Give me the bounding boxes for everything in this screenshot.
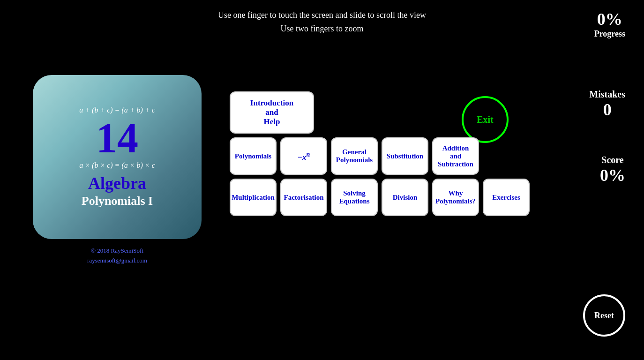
solving-equations-label: SolvingEquations — [339, 189, 369, 205]
neg-xn-button[interactable]: −xn — [280, 137, 327, 175]
neg-xn-label: −xn — [298, 150, 310, 162]
multiplication-button[interactable]: Multiplication — [230, 179, 277, 216]
score-label: Score — [600, 155, 625, 165]
copyright-area: © 2018 RaySemiSoft raysemisoft@gmail.com — [33, 246, 202, 266]
multiplication-label: Multiplication — [232, 194, 275, 202]
division-label: Division — [393, 194, 418, 202]
substitution-button[interactable]: Substitution — [382, 137, 428, 175]
addition-subtraction-label: AdditionandSubtraction — [438, 144, 473, 168]
header-instructions: Use one finger to touch the screen and s… — [0, 8, 644, 36]
factorisation-label: Factorisation — [284, 194, 324, 202]
solving-equations-button[interactable]: SolvingEquations — [331, 179, 378, 216]
menu-row-1: Polynomials −xn GeneralPolynomials Subst… — [230, 137, 511, 175]
header-line2: Use two fingers to zoom — [0, 22, 644, 36]
general-polynomials-button[interactable]: GeneralPolynomials — [331, 137, 378, 175]
logo-title: Algebra — [88, 173, 146, 193]
score-value: 0% — [600, 165, 625, 185]
copyright-line2: raysemisoft@gmail.com — [33, 256, 202, 266]
progress-label: Progress — [594, 29, 625, 39]
substitution-label: Substitution — [387, 152, 423, 160]
app-logo: a + (b + c) = (a + b) + c 14 a × (b × c)… — [33, 75, 202, 239]
menu-row-2: Multiplication Factorisation SolvingEqua… — [230, 179, 511, 216]
why-polynomials-button[interactable]: WhyPolynomials? — [432, 179, 479, 216]
logo-subtitle: Polynomials I — [82, 194, 153, 208]
polynomials-button[interactable]: Polynomials — [230, 137, 277, 175]
mistakes-label: Mistakes — [589, 89, 625, 100]
exercises-label: Exercises — [492, 194, 520, 202]
score-area: Score 0% — [600, 155, 625, 185]
menu-row-0: IntroductionandHelp — [230, 91, 511, 134]
logo-equation2: a × (b × c) = (a × b) × c — [79, 161, 155, 170]
progress-percent: 0% — [594, 9, 625, 29]
progress-area: 0% Progress — [594, 9, 625, 39]
mistakes-area: Mistakes 0 — [589, 89, 625, 120]
addition-subtraction-button[interactable]: AdditionandSubtraction — [432, 137, 479, 175]
exercises-button[interactable]: Exercises — [483, 179, 530, 216]
copyright-line1: © 2018 RaySemiSoft — [33, 246, 202, 256]
logo-number: 14 — [96, 117, 138, 159]
menu-area: IntroductionandHelp Polynomials −xn Gene… — [230, 91, 511, 220]
general-polynomials-label: GeneralPolynomials — [336, 148, 373, 164]
reset-button[interactable]: Reset — [583, 294, 625, 337]
logo-equation1: a + (b + c) = (a + b) + c — [79, 106, 155, 114]
why-polynomials-label: WhyPolynomials? — [435, 189, 476, 205]
mistakes-value: 0 — [589, 100, 625, 120]
header-line1: Use one finger to touch the screen and s… — [0, 8, 644, 22]
division-button[interactable]: Division — [382, 179, 428, 216]
factorisation-button[interactable]: Factorisation — [280, 179, 327, 216]
polynomials-label: Polynomials — [235, 152, 271, 160]
intro-help-label: IntroductionandHelp — [250, 98, 293, 127]
intro-help-button[interactable]: IntroductionandHelp — [230, 91, 314, 134]
